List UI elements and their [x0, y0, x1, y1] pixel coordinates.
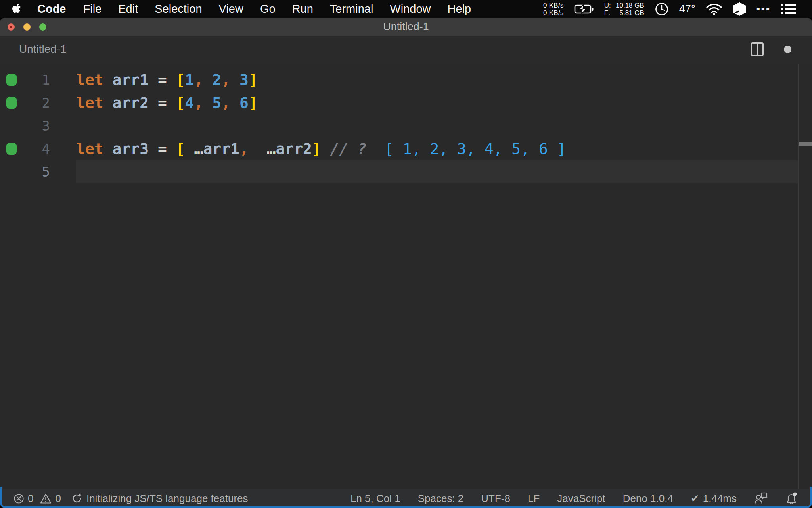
status-message: Initializing JS/TS language features: [86, 493, 248, 505]
wifi-icon[interactable]: [706, 3, 722, 15]
mem-free-label: F:: [604, 9, 611, 17]
menu-item-window[interactable]: Window: [381, 2, 439, 15]
overview-ruler-mark: [799, 142, 812, 146]
line-number: 2: [0, 91, 50, 114]
editor-title-row: Untitled-1: [0, 36, 812, 64]
error-count: 0: [28, 493, 33, 505]
language-mode[interactable]: JavaScript: [557, 493, 605, 505]
apple-logo-icon[interactable]: [11, 2, 23, 16]
eol-setting[interactable]: LF: [528, 493, 540, 505]
menu-bar-status-area: 0 KB/s 0 KB/s U: F: 10.18 GB 5.81 GB: [543, 0, 812, 18]
editor-line-3[interactable]: 3: [0, 114, 812, 137]
line-number: 1: [0, 68, 50, 91]
deno-version[interactable]: Deno 1.0.4: [623, 493, 673, 505]
language-features-status[interactable]: Initializing JS/TS language features: [71, 493, 248, 505]
editor-line-5[interactable]: 5: [0, 160, 812, 183]
perf-time: 1.44ms: [703, 493, 737, 505]
menu-items: FileEditSelectionViewGoRunTerminalWindow…: [75, 2, 480, 15]
menu-item-run[interactable]: Run: [284, 2, 322, 15]
sync-spinner-icon: [71, 493, 82, 504]
menu-item-selection[interactable]: Selection: [146, 2, 210, 15]
code-text: let arr1 = [1, 2, 3]: [76, 68, 258, 91]
menu-item-code[interactable]: Code: [29, 2, 75, 15]
code-text: let arr3 = [ …arr1, …arr2] // ? [ 1, 2, …: [76, 137, 566, 160]
editor-line-2[interactable]: 2let arr2 = [4, 5, 6]: [0, 91, 812, 114]
encoding-setting[interactable]: UTF-8: [481, 493, 510, 505]
problems-indicator[interactable]: 0 0: [13, 493, 61, 505]
line-number: 5: [0, 160, 50, 183]
menu-item-go[interactable]: Go: [252, 2, 284, 15]
cube-app-icon[interactable]: [733, 2, 746, 16]
indentation-setting[interactable]: Spaces: 2: [418, 493, 464, 505]
line-number: 4: [0, 137, 50, 160]
menu-item-terminal[interactable]: Terminal: [322, 2, 382, 15]
battery-charging-icon[interactable]: [574, 4, 594, 15]
menu-item-view[interactable]: View: [211, 2, 252, 15]
tab-untitled-1[interactable]: Untitled-1: [19, 43, 67, 56]
line-number: 3: [0, 114, 50, 137]
temperature-indicator[interactable]: 47°: [679, 3, 695, 15]
warning-count: 0: [55, 493, 61, 505]
menu-bar-left: Code FileEditSelectionViewGoRunTerminalW…: [0, 2, 479, 16]
mem-used-value: 10.18 GB: [615, 2, 644, 9]
check-icon: ✔: [691, 493, 699, 505]
net-up-speed: 0 KB/s: [543, 2, 564, 9]
network-speed[interactable]: 0 KB/s 0 KB/s: [543, 2, 564, 17]
menu-item-edit[interactable]: Edit: [110, 2, 146, 15]
status-bar-right: Ln 5, Col 1 Spaces: 2 UTF-8 LF JavaScrip…: [350, 492, 812, 505]
editor-line-4[interactable]: 4let arr3 = [ …arr1, …arr2] // ? [ 1, 2,…: [0, 137, 812, 160]
window-title: Untitled-1: [0, 18, 812, 36]
scrollbar-gutter-separator: [798, 64, 799, 489]
memory-usage[interactable]: U: F: 10.18 GB 5.81 GB: [604, 2, 644, 17]
status-bar: 0 0 Initializing JS/TS language features…: [0, 489, 812, 508]
clock-icon[interactable]: [655, 2, 669, 16]
mem-free-value: 5.81 GB: [615, 9, 644, 17]
net-down-speed: 0 KB/s: [543, 9, 564, 17]
quokka-performance[interactable]: ✔ 1.44ms: [691, 493, 737, 505]
notifications-bell-icon[interactable]: [785, 492, 798, 505]
feedback-icon[interactable]: [754, 492, 768, 505]
cursor-position[interactable]: Ln 5, Col 1: [350, 493, 400, 505]
code-text: let arr2 = [4, 5, 6]: [76, 91, 258, 114]
ellipsis-icon[interactable]: •••: [756, 0, 771, 18]
status-bar-left: 0 0 Initializing JS/TS language features: [0, 493, 248, 505]
menu-item-help[interactable]: Help: [439, 2, 480, 15]
split-editor-icon[interactable]: [751, 42, 764, 56]
unsaved-changes-dot-icon[interactable]: [784, 46, 791, 53]
vscode-window: Untitled-1 Untitled-1 1let arr1 = [1, 2,…: [0, 18, 812, 508]
error-icon: [13, 493, 24, 504]
list-menu-icon[interactable]: [781, 3, 796, 15]
code-editor[interactable]: 1let arr1 = [1, 2, 3]2let arr2 = [4, 5, …: [0, 64, 812, 489]
editor-line-1[interactable]: 1let arr1 = [1, 2, 3]: [0, 68, 812, 91]
window-title-bar: Untitled-1: [0, 18, 812, 36]
current-line-highlight: [76, 160, 799, 183]
macos-menu-bar: Code FileEditSelectionViewGoRunTerminalW…: [0, 0, 812, 18]
menu-item-file[interactable]: File: [75, 2, 110, 15]
mem-used-label: U:: [604, 2, 611, 9]
warning-icon: [40, 493, 52, 504]
